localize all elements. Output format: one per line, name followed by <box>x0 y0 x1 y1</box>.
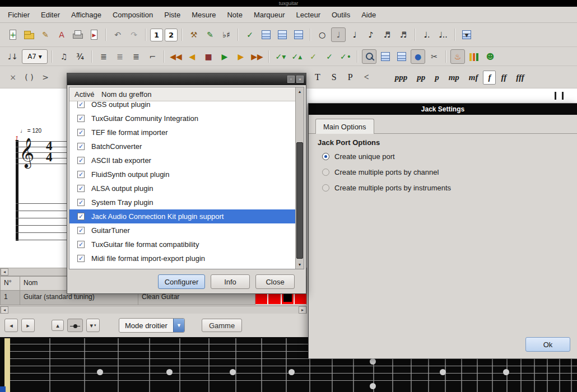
configure-button[interactable]: Configurer <box>158 274 205 289</box>
header-number[interactable]: N° <box>0 276 20 291</box>
caret-display-button[interactable] <box>67 319 83 332</box>
menu-item[interactable]: Outils <box>326 8 356 22</box>
menu-item[interactable]: Mesure <box>186 8 221 22</box>
piano-button[interactable]: P <box>342 70 359 85</box>
playback-previous-icon[interactable]: ◀ <box>185 49 199 64</box>
tab-main-options[interactable]: Main Options <box>315 119 374 134</box>
next-track-button[interactable]: ▸ <box>21 319 35 332</box>
dynamic-button[interactable]: mf <box>464 71 483 84</box>
scroll-left-icon[interactable]: ◂ <box>1 268 8 276</box>
scroll-up-icon[interactable]: ▴ <box>296 88 304 95</box>
table-view-icon[interactable] <box>394 49 409 64</box>
note-tie-icon[interactable]: ✓• <box>338 49 353 64</box>
dynamic-button[interactable]: ff <box>496 71 511 84</box>
plugin-enabled-checkbox[interactable]: ✓ <box>77 185 85 192</box>
window-titlebar[interactable]: tuxguitar <box>0 0 577 7</box>
open-file-icon[interactable] <box>22 27 36 42</box>
duration-quarter-icon[interactable]: ♩ <box>347 27 362 42</box>
guitar-string[interactable] <box>10 358 577 359</box>
string-down-button[interactable]: ▾ ▾ <box>86 319 100 332</box>
scale-button[interactable]: Gamme <box>202 319 242 332</box>
dynamic-button[interactable]: ppp <box>390 71 412 84</box>
plugin-row[interactable]: ✓ System Tray plugin <box>69 195 304 209</box>
menu-item[interactable]: Note <box>221 8 248 22</box>
print-preview-icon[interactable]: ▸ <box>87 27 101 42</box>
plugin-enabled-checkbox[interactable]: ✓ <box>77 199 85 206</box>
lessthan-button[interactable]: < <box>359 70 375 85</box>
matrix-editor-icon[interactable] <box>378 49 393 64</box>
plugin-row[interactable]: ✓ Jack Audio Connection Kit plugin suppo… <box>69 209 304 223</box>
plugin-row[interactable]: ✓ BatchConverter <box>69 139 304 153</box>
edit-mode-icon[interactable]: ✎ <box>203 27 217 42</box>
hot-icon[interactable]: ♨ <box>450 49 465 64</box>
stroke-button[interactable]: S <box>326 70 342 85</box>
note-shift-up-icon[interactable]: ✓▴ <box>290 49 304 64</box>
plugin-enabled-checkbox[interactable]: ✓ <box>77 115 85 122</box>
scroll-right-icon[interactable]: ▸ <box>299 306 306 314</box>
dynamic-button[interactable]: p <box>430 71 444 84</box>
ok-button[interactable]: Ok <box>525 337 570 352</box>
menu-item[interactable]: Editer <box>35 8 66 22</box>
scrollbar-thumb[interactable] <box>296 142 303 259</box>
guitar-string[interactable] <box>10 380 577 381</box>
note-settings-icon[interactable]: ♩↓ <box>6 49 20 64</box>
accidental-icon[interactable]: ♭♯ <box>219 27 234 42</box>
track-mute-indicator[interactable] <box>283 293 292 302</box>
mixer-icon[interactable] <box>467 49 481 64</box>
split-icon[interactable]: ✂ <box>427 49 441 64</box>
dotted-note-icon[interactable]: ♩. <box>420 27 434 42</box>
radio-option[interactable]: Create multiple ports by channel <box>322 168 451 176</box>
voice-check-icon[interactable]: ✓ <box>243 27 257 42</box>
song-properties-icon[interactable]: A <box>54 27 69 42</box>
string-up-button[interactable]: ▴ <box>52 320 64 331</box>
radio-icon[interactable] <box>322 169 329 176</box>
compact-view-icon[interactable] <box>291 27 306 42</box>
chord-combo[interactable]: A7 ▾ <box>22 49 48 64</box>
plugin-row[interactable]: ✓ GuitarTuner <box>69 223 304 237</box>
table-horizontal-scrollbar[interactable]: ◂ ▸ <box>0 306 307 314</box>
tuxguitar-mascot-icon[interactable]: ☻ <box>483 49 497 64</box>
menu-item[interactable]: Composition <box>107 8 159 22</box>
previous-track-button[interactable]: ◂ <box>4 319 18 332</box>
guitar-string[interactable] <box>10 366 577 366</box>
marker-1-button[interactable]: 1 <box>150 29 163 41</box>
playback-play-icon[interactable]: ▶ <box>217 49 232 64</box>
duration-eighth-icon[interactable]: ♪ <box>364 27 378 42</box>
record-icon[interactable]: ● <box>411 49 425 64</box>
plugins-dialog-titlebar[interactable]: ▫ × <box>67 73 306 85</box>
plugin-enabled-checkbox[interactable]: ✓ <box>77 227 85 234</box>
plugin-row[interactable]: ✓ FluidSynth output plugin <box>69 167 304 181</box>
corner-handle[interactable] <box>0 386 6 392</box>
jack-dialog-titlebar[interactable]: Jack Settings <box>309 104 577 115</box>
playback-stop-icon[interactable]: ■ <box>201 49 216 64</box>
playback-first-icon[interactable]: ◀◀ <box>169 49 183 64</box>
dynamic-button[interactable]: mp <box>444 71 464 84</box>
plugin-enabled-checkbox[interactable]: ✓ <box>77 143 85 150</box>
scroll-left-icon[interactable]: ◂ <box>1 306 8 314</box>
print-icon[interactable] <box>71 27 85 42</box>
duration-half-icon[interactable]: ♩ <box>331 27 346 42</box>
clean-note-icon[interactable]: × <box>6 70 20 85</box>
info-button[interactable]: Info <box>211 274 250 289</box>
tuplet-icon[interactable]: ¾ <box>73 49 87 64</box>
close-icon[interactable]: × <box>296 76 304 83</box>
plugin-row[interactable]: ✓ Midi file format import-export plugin <box>69 251 304 265</box>
new-file-icon[interactable]: + <box>6 27 20 42</box>
hand-mode-combo[interactable]: Mode droitier ▼ <box>119 318 185 333</box>
minimize-icon[interactable]: ▫ <box>287 76 295 83</box>
menu-item[interactable]: Marqueur <box>248 8 291 22</box>
playback-next-icon[interactable]: ▶ <box>234 49 248 64</box>
plugin-row[interactable]: ✓ ASCII tab exporter <box>69 153 304 167</box>
accent-icon[interactable]: > <box>38 70 53 85</box>
score-view-icon[interactable] <box>275 27 290 42</box>
duration-whole-icon[interactable]: ○ <box>315 27 329 42</box>
menu-item[interactable]: Piste <box>159 8 186 22</box>
plugin-enabled-checkbox[interactable]: ✓ <box>77 157 85 164</box>
marker-2-button[interactable]: 2 <box>165 29 178 41</box>
plugin-enabled-checkbox[interactable]: ✓ <box>77 171 85 178</box>
measure-add-icon[interactable]: ≣ <box>96 49 111 64</box>
radio-option[interactable]: Create multiple ports by instruments <box>322 184 451 192</box>
zoom-note-icon[interactable] <box>362 49 376 64</box>
dynamic-button[interactable]: fff <box>511 71 528 84</box>
ghost-note-icon[interactable]: ( ) <box>22 70 36 85</box>
